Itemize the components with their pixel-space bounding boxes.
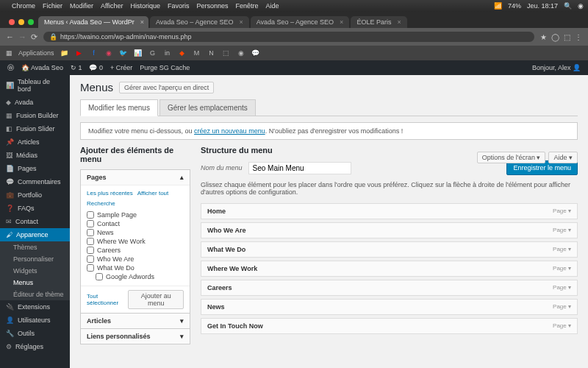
page-check-item[interactable]: What We Do: [87, 263, 184, 272]
menu-item[interactable]: What We DoPage ▾: [201, 241, 578, 258]
browser-tab[interactable]: Menus ‹ Avada Seo — WordPr×: [38, 16, 148, 28]
back-icon[interactable]: ←: [6, 32, 14, 42]
browser-tab[interactable]: ÉOLE Paris×: [351, 16, 406, 28]
browser-tab[interactable]: Avada Seo – Agence SEO×: [150, 16, 249, 28]
updates-link[interactable]: ↻ 1: [71, 64, 82, 71]
page-check-item[interactable]: News: [87, 228, 184, 237]
sidebar-item-settings[interactable]: ⚙Réglages: [0, 340, 70, 353]
subtab-all[interactable]: Afficher tout: [137, 190, 169, 197]
app-name[interactable]: Chrome: [12, 2, 35, 10]
bookmark-icon[interactable]: 💬: [251, 49, 260, 57]
sidebar-item-dashboard[interactable]: 📊Tableau de bord: [0, 75, 70, 96]
sidebar-sub-widgets[interactable]: Widgets: [0, 265, 70, 277]
page-check-item[interactable]: Contact: [87, 219, 184, 228]
bookmark-icon[interactable]: M: [193, 49, 201, 57]
bookmark-icon[interactable]: ▶: [75, 49, 84, 57]
sidebar-item-plugins[interactable]: 🔌Extensions: [0, 300, 70, 314]
new-link[interactable]: + Créer: [110, 64, 132, 71]
browser-tab[interactable]: Avada Seo – Agence SEO×: [251, 16, 350, 28]
sidebar-item-pages[interactable]: 📄Pages: [0, 162, 70, 175]
sidebar-item-avada[interactable]: ◆Avada: [0, 96, 70, 109]
add-to-menu-button[interactable]: Ajouter au menu: [128, 290, 184, 309]
bookmark-icon[interactable]: N: [207, 49, 216, 57]
sidebar-sub-customize[interactable]: Personnaliser: [0, 253, 70, 265]
panel-custom-links-toggle[interactable]: Liens personnalisés▾: [80, 328, 190, 344]
sidebar-item-users[interactable]: 👤Utilisateurs: [0, 314, 70, 327]
page-check-item[interactable]: Google Adwords: [87, 272, 184, 281]
bookmark-icon[interactable]: 📊: [134, 49, 143, 57]
screen-options-button[interactable]: Options de l'écran ▾: [477, 152, 546, 163]
sidebar-sub-menus[interactable]: Menus: [0, 277, 70, 289]
bookmark-icon[interactable]: f: [90, 49, 98, 57]
sidebar-item-fusion-slider[interactable]: ◧Fusion Slider: [0, 122, 70, 135]
comments-link[interactable]: 💬 0: [89, 64, 103, 71]
browser-tab-strip: Menus ‹ Avada Seo — WordPr× Avada Seo – …: [0, 12, 588, 28]
wp-logo-icon[interactable]: ⓦ: [7, 63, 14, 73]
page-check-item[interactable]: Careers: [87, 246, 184, 255]
bookmark-icon[interactable]: ◆: [178, 49, 187, 57]
extension-icon[interactable]: ◯: [551, 33, 559, 41]
bookmark-icon[interactable]: 📁: [60, 49, 69, 57]
user-greeting[interactable]: Bonjour, Alex 👤: [532, 64, 581, 71]
menu-item[interactable]: Get In Touch NowPage ▾: [201, 318, 578, 334]
search-icon[interactable]: 🔍: [564, 2, 572, 10]
sidebar-item-media[interactable]: 🖼Médias: [0, 149, 70, 162]
extension-icon[interactable]: ⬚: [564, 33, 570, 41]
menu-name-input[interactable]: [248, 162, 351, 174]
address-bar[interactable]: 🔒 https://twaino.com/wp-admin/nav-menus.…: [43, 32, 534, 42]
siri-icon[interactable]: ◉: [578, 2, 584, 10]
sidebar-item-tools[interactable]: 🔧Outils: [0, 327, 70, 340]
sidebar-item-portfolio[interactable]: 💼Portfolio: [0, 188, 70, 202]
help-button[interactable]: Aide ▾: [548, 152, 578, 163]
subtab-search[interactable]: Recherche: [87, 200, 115, 207]
wp-admin-bar: ⓦ 🏠 Avada Seo ↻ 1 💬 0 + Créer Purge SG C…: [0, 60, 588, 75]
tab-edit-menus[interactable]: Modifier les menus: [80, 99, 158, 116]
select-all-link[interactable]: Tout sélectionner: [87, 293, 128, 306]
panel-articles-toggle[interactable]: Articles▾: [80, 313, 190, 329]
tab-manage-locations[interactable]: Gérer les emplacements: [159, 99, 256, 116]
close-icon: ×: [340, 18, 343, 26]
site-link[interactable]: 🏠 Avada Seo: [21, 64, 63, 71]
page-check-item[interactable]: Sample Page: [87, 210, 184, 219]
maximize-window-icon[interactable]: [28, 19, 34, 25]
extension-icon[interactable]: ★: [540, 33, 547, 41]
manage-live-preview-button[interactable]: Gérer avec l'aperçu en direct: [119, 82, 214, 93]
wp-sidebar: 📊Tableau de bord ◆Avada ▦Fusion Builder …: [0, 75, 70, 368]
reload-icon[interactable]: ⟳: [31, 32, 37, 42]
menu-item[interactable]: HomePage ▾: [201, 203, 578, 219]
bookmark-icon[interactable]: G: [148, 49, 157, 57]
close-window-icon[interactable]: [9, 19, 15, 25]
browser-toolbar: ← → ⟳ 🔒 https://twaino.com/wp-admin/nav-…: [0, 28, 588, 46]
menu-item[interactable]: Where We WorkPage ▾: [201, 261, 578, 277]
sidebar-sub-themes[interactable]: Thèmes: [0, 241, 70, 253]
page-check-item[interactable]: Who We Are: [87, 255, 184, 263]
subtab-recent[interactable]: Les plus récentes: [87, 190, 133, 197]
create-menu-link[interactable]: créez un nouveau menu: [194, 127, 265, 135]
clock[interactable]: Jeu. 18:17: [527, 2, 558, 10]
menu-item[interactable]: CareersPage ▾: [201, 280, 578, 296]
panel-pages-toggle[interactable]: Pages▴: [81, 170, 190, 185]
sidebar-item-appearance[interactable]: 🖌Apparence: [0, 228, 70, 241]
sidebar-item-faqs[interactable]: ❓FAQs: [0, 202, 70, 215]
bookmark-icon[interactable]: in: [163, 49, 172, 57]
chevron-up-icon: ▴: [180, 174, 184, 181]
bookmark-icon[interactable]: ◉: [104, 49, 113, 57]
sidebar-item-posts[interactable]: 📌Articles: [0, 135, 70, 149]
bookmark-icon[interactable]: ⬚: [222, 49, 231, 57]
purge-cache-link[interactable]: Purge SG Cache: [140, 64, 190, 71]
sidebar-item-comments[interactable]: 💬Commentaires: [0, 175, 70, 188]
sidebar-item-fusion-builder[interactable]: ▦Fusion Builder: [0, 109, 70, 122]
sidebar-sub-theme-editor[interactable]: Éditeur de thème: [0, 289, 70, 300]
menu-item[interactable]: Who We ArePage ▾: [201, 222, 578, 238]
bookmark-icon[interactable]: ◉: [237, 49, 245, 57]
page-check-item[interactable]: Where We Work: [87, 237, 184, 246]
bookmark-icon[interactable]: 🐦: [119, 49, 128, 57]
menu-item[interactable]: NewsPage ▾: [201, 299, 578, 315]
forward-icon[interactable]: →: [18, 32, 26, 42]
menu-icon[interactable]: ⋮: [575, 33, 582, 41]
apps-icon[interactable]: ▦: [6, 49, 12, 57]
minimize-window-icon[interactable]: [18, 19, 24, 25]
page-checklist: Sample Page Contact News Where We Work C…: [87, 210, 184, 281]
wifi-icon[interactable]: 📶: [494, 2, 502, 10]
sidebar-item-contact[interactable]: ✉Contact: [0, 215, 70, 228]
